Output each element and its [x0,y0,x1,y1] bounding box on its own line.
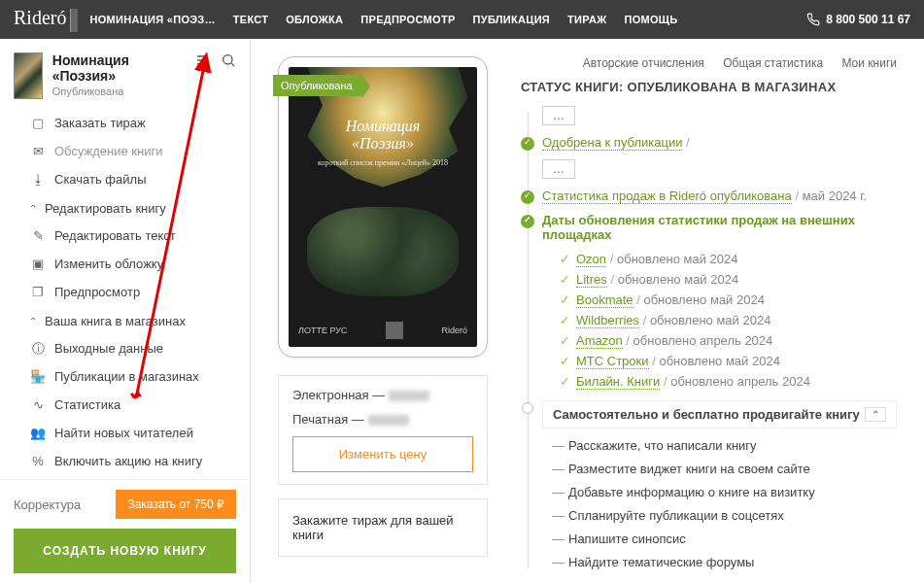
chevron-down-icon: ⌃ [29,316,37,326]
price-box: Электронная — Печатная — Изменить цену [278,375,488,485]
store-bookmate-link[interactable]: Bookmate [576,292,633,308]
store-update-list: ✓Ozon / обновлено май 2024 ✓Litres / обн… [560,252,897,389]
group-edit-book[interactable]: ⌃Редактировать книгу [0,193,250,222]
tip-item[interactable]: Найдите тематические форумы [568,555,754,569]
menu-preview[interactable]: ❐Предпросмотр [0,278,250,306]
sort-icon[interactable] [195,52,211,71]
tip-item[interactable]: Разместите виджет книги на своем сайте [568,462,810,476]
chart-icon: ∿ [29,397,47,412]
sidebar: Номинация «Поэзия» Опубликована ▢Заказат… [0,39,251,583]
tip-item[interactable]: Расскажите, что написали книгу [568,438,757,453]
promo-section-header[interactable]: Самостоятельно и бесплатно продвигайте к… [542,400,897,429]
percent-icon: % [29,454,47,468]
box-icon: ▢ [29,116,47,130]
top-nav: НОМИНАЦИЯ «ПОЭЗ… ТЕКСТ ОБЛОЖКА ПРЕДПРОСМ… [89,14,677,25]
stats-date: май 2024 г. [803,189,867,203]
topbar: Rideró НОМИНАЦИЯ «ПОЭЗ… ТЕКСТ ОБЛОЖКА ПР… [0,0,924,39]
check-icon: ✓ [560,374,570,389]
order-tirazh-box: Закажите тираж для вашей книги [278,498,488,557]
price-print: Печатная — [292,412,473,427]
store-litres-link[interactable]: Litres [576,272,607,288]
menu-find-readers[interactable]: 👥Найти новых читателей [0,419,250,447]
book-cover-preview: Опубликована Номинация «Поэзия» короткий… [278,56,488,358]
status-approved-link[interactable]: Одобрена к публикации [542,135,682,151]
order-proofreading-button[interactable]: Заказать от 750 ₽ [116,490,236,519]
price-electronic: Электронная — [292,388,473,402]
cover-subtitle: короткий список премии «Лицей» 2018 [289,158,477,167]
tip-item[interactable]: Спланируйте публикации в соцсетях [568,508,784,523]
cover-brand: Rideró [441,326,467,335]
published-ribbon: Опубликована [273,75,362,96]
tip-item[interactable]: Добавьте информацию о книге на визитку [568,485,815,499]
store-amazon-link[interactable]: Amazon [576,333,623,349]
brand-logo[interactable]: Rideró [14,7,78,31]
expand-dots-button[interactable]: … [542,159,575,179]
tip-item[interactable]: Напишите синопсис [568,532,686,546]
layers-icon: ❐ [29,285,47,299]
link-overall-stats[interactable]: Общая статистика [723,56,823,70]
menu-publications[interactable]: 🏪Публикации в магазинах [0,362,250,391]
sidebar-menu: ▢Заказать тираж ✉Обсуждение книги ⭳Скача… [0,105,250,479]
people-icon: 👥 [29,426,47,440]
menu-discussion[interactable]: ✉Обсуждение книги [0,137,250,165]
store-icon: 🏪 [29,369,47,384]
proofreading-label: Корректура [14,497,81,512]
status-timeline: … Одобрена к публикации / … Статистика п… [521,106,897,569]
group-stores[interactable]: ⌃Ваша книга в магазинах [0,306,250,334]
chat-icon: ✉ [29,144,47,158]
svg-point-0 [223,55,232,64]
nav-publication[interactable]: ПУБЛИКАЦИЯ [473,14,551,25]
search-icon[interactable] [221,52,236,71]
link-my-books[interactable]: Мои книги [841,56,897,70]
check-icon: ✓ [560,313,570,327]
chevron-up-icon[interactable]: ⌃ [865,407,886,422]
info-icon: ⓘ [29,340,47,358]
blurred-price [368,415,409,426]
menu-enable-promo[interactable]: %Включить акцию на книгу [0,447,250,475]
change-price-button[interactable]: Изменить цену [292,436,473,472]
nav-text[interactable]: ТЕКСТ [233,14,269,25]
store-beeline-link[interactable]: Билайн. Книги [576,374,660,390]
store-ozon-link[interactable]: Ozon [576,252,606,267]
store-mts-link[interactable]: МТС Строки [576,354,649,369]
cover-author-photo [386,322,403,339]
nav-preview[interactable]: ПРЕДПРОСМОТР [360,14,455,25]
menu-statistics[interactable]: ∿Статистика [0,391,250,419]
main-content: Опубликована Номинация «Поэзия» короткий… [251,39,924,583]
chevron-down-icon: ⌃ [29,203,37,214]
book-thumbnail[interactable] [14,52,43,99]
menu-edit-text[interactable]: ✎Редактировать текст [0,222,250,250]
menu-change-cover[interactable]: ▣Изменить обложку [0,250,250,278]
pencil-icon: ✎ [29,228,47,243]
sidebar-book-status: Опубликована [52,86,186,97]
check-icon: ✓ [560,292,570,307]
phone-number[interactable]: 8 800 500 11 67 [806,13,910,26]
store-wildberries-link[interactable]: Wildberries [576,313,639,328]
status-heading: СТАТУС КНИГИ: ОПУБЛИКОВАНА В МАГАЗИНАХ [521,80,897,94]
menu-download[interactable]: ⭳Скачать файлы [0,165,250,193]
sidebar-book-title: Номинация «Поэзия» [52,52,186,84]
nav-help[interactable]: ПОМОЩЬ [624,14,677,25]
check-icon: ✓ [560,252,570,266]
image-icon: ▣ [29,257,47,271]
menu-order-tirazh[interactable]: ▢Заказать тираж [0,109,250,137]
external-stats-heading: Даты обновления статистики продаж на вне… [542,213,855,242]
status-stats-published-link[interactable]: Статистика продаж в Rideró опубликована [542,189,792,204]
create-new-book-button[interactable]: СОЗДАТЬ НОВУЮ КНИГУ [14,529,236,573]
check-icon: ✓ [560,354,570,368]
menu-metadata[interactable]: ⓘВыходные данные [0,334,250,362]
expand-dots-button[interactable]: … [542,106,575,125]
nav-nomination[interactable]: НОМИНАЦИЯ «ПОЭЗ… [89,14,215,25]
download-icon: ⭳ [29,172,47,187]
check-icon: ✓ [560,272,570,287]
nav-tirazh[interactable]: ТИРАЖ [567,14,606,25]
cover-publisher: ЛОТТЕ РУС [298,326,347,335]
blurred-price [389,391,429,401]
top-right-links: Авторские отчисления Общая статистика Мо… [521,56,897,70]
cover-title: Номинация [289,118,477,135]
promo-tips-list: —Расскажите, что написали книгу —Размест… [552,438,897,569]
cover-title-2: «Поэзия» [289,135,477,153]
link-royalties[interactable]: Авторские отчисления [583,56,704,70]
check-icon: ✓ [560,333,570,348]
nav-cover[interactable]: ОБЛОЖКА [286,14,343,25]
